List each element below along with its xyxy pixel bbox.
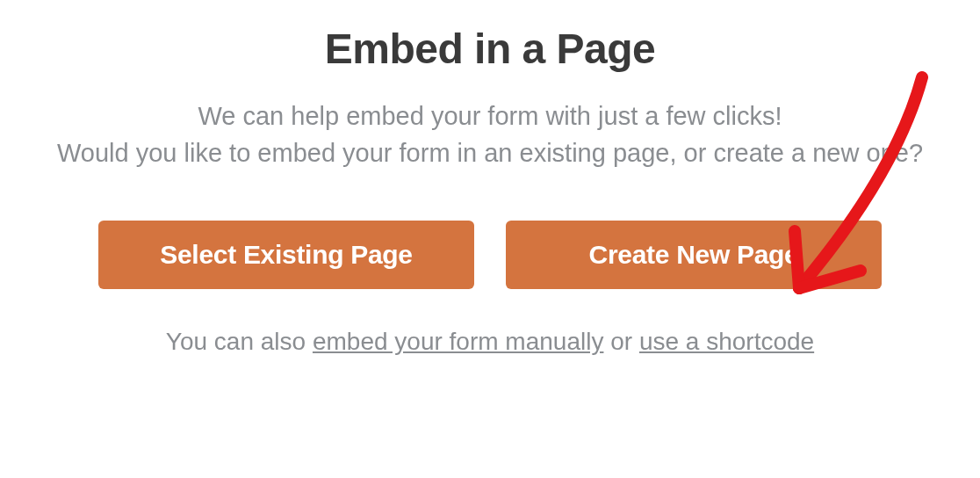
select-existing-page-button[interactable]: Select Existing Page	[98, 221, 474, 289]
description-line-1: We can help embed your form with just a …	[198, 102, 782, 130]
footer-prefix: You can also	[166, 328, 313, 355]
embed-manually-link[interactable]: embed your form manually	[313, 328, 603, 355]
description-line-2: Would you like to embed your form in an …	[57, 139, 923, 167]
modal-description: We can help embed your form with just a …	[57, 98, 923, 171]
footer-text: You can also embed your form manually or…	[166, 328, 814, 356]
footer-middle: or	[603, 328, 638, 355]
use-shortcode-link[interactable]: use a shortcode	[639, 328, 814, 355]
create-new-page-button[interactable]: Create New Page	[506, 221, 882, 289]
modal-title: Embed in a Page	[325, 25, 656, 73]
button-row: Select Existing Page Create New Page	[98, 221, 882, 289]
